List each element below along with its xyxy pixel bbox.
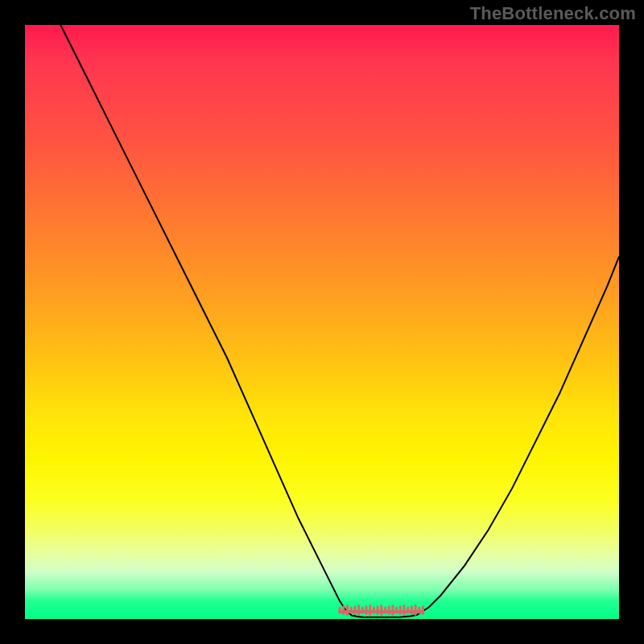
chart-plot: [25, 25, 619, 619]
bottleneck-curve: [60, 25, 619, 617]
chart-series: [60, 25, 619, 617]
watermark-label: TheBottleneck.com: [470, 3, 636, 24]
chart-floor-marker: [340, 606, 423, 615]
chart-frame: TheBottleneck.com: [0, 0, 644, 644]
